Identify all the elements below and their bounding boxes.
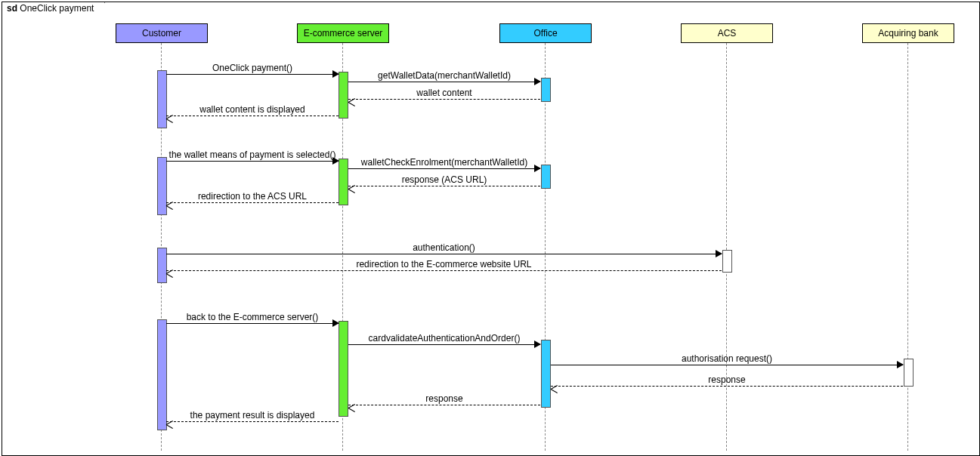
frame-sd-prefix: sd bbox=[7, 3, 17, 14]
msg-oneclick-payment: OneClick payment() bbox=[166, 63, 339, 75]
msg-payment-result: the payment result is displayed bbox=[166, 410, 339, 422]
activation-ecommerce-2 bbox=[339, 159, 348, 205]
activation-office-1 bbox=[541, 78, 551, 102]
activation-office-3 bbox=[541, 340, 551, 408]
msg-response-bank: response bbox=[551, 374, 903, 387]
activation-customer-2 bbox=[157, 157, 167, 215]
msg-authorisation-request: authorisation request() bbox=[551, 353, 903, 365]
lifeline-customer: Customer bbox=[116, 23, 208, 43]
msg-authentication: authentication() bbox=[166, 242, 722, 254]
activation-ecommerce-1 bbox=[339, 72, 348, 119]
lifeline-line-bank bbox=[907, 43, 908, 451]
msg-wallet-displayed: wallet content is displayed bbox=[166, 104, 339, 116]
lifeline-bank: Acquiring bank bbox=[862, 23, 954, 43]
msg-means-selected: the wallet means of payment is selected(… bbox=[166, 149, 339, 162]
activation-acs-1 bbox=[722, 250, 732, 273]
sequence-diagram-frame: sd OneClick payment Customer E-commerce … bbox=[2, 2, 980, 456]
lifeline-line-acs bbox=[726, 43, 727, 451]
lifeline-office: Office bbox=[499, 23, 592, 43]
msg-redirection-ecommerce: redirection to the E-commerce website UR… bbox=[166, 259, 722, 271]
frame-title: OneClick payment bbox=[20, 3, 94, 14]
msg-response-office: response bbox=[348, 393, 540, 405]
activation-bank-1 bbox=[904, 359, 914, 387]
msg-response-acs-url: response (ACS URL) bbox=[348, 174, 540, 186]
msg-getwalletdata: getWalletData(merchantWalletId) bbox=[348, 70, 540, 82]
activation-customer-1 bbox=[157, 70, 167, 128]
msg-cardvalidate: cardvalidateAuthenticationAndOrder() bbox=[348, 333, 540, 345]
msg-back-ecommerce: back to the E-commerce server() bbox=[166, 312, 339, 324]
lifeline-acs: ACS bbox=[681, 23, 773, 43]
activation-ecommerce-3 bbox=[339, 321, 348, 417]
msg-redirection-acs: redirection to the ACS URL bbox=[166, 191, 339, 203]
msg-walletcheckenrolment: walletCheckEnrolment(merchantWalletId) bbox=[348, 157, 540, 169]
frame-label: sd OneClick payment bbox=[2, 2, 105, 14]
activation-office-2 bbox=[541, 165, 551, 189]
msg-wallet-content: wallet content bbox=[348, 88, 540, 100]
lifeline-ecommerce: E-commerce server bbox=[297, 23, 389, 43]
